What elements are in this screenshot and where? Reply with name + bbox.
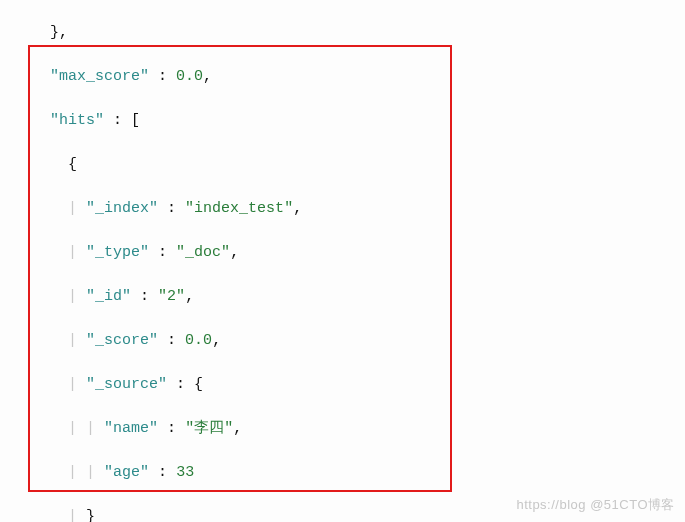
code-line: | | "age" : 33 xyxy=(10,462,685,484)
code-line: { xyxy=(10,154,685,176)
json-key: "_source" xyxy=(86,376,167,393)
json-string: "2" xyxy=(158,288,185,305)
json-key: "age" xyxy=(104,464,149,481)
json-number: 0.0 xyxy=(185,332,212,349)
code-line: | "_score" : 0.0, xyxy=(10,330,685,352)
json-key: "_id" xyxy=(86,288,131,305)
json-code-block: }, "max_score" : 0.0, "hits" : [ { | "_i… xyxy=(0,0,685,522)
json-string: "李四" xyxy=(185,420,233,437)
code-line: "max_score" : 0.0, xyxy=(10,66,685,88)
json-string: "index_test" xyxy=(185,200,293,217)
watermark-text: https://blog @51CTO博客 xyxy=(516,494,675,516)
json-key: "name" xyxy=(104,420,158,437)
code-line: | | "name" : "李四", xyxy=(10,418,685,440)
code-line: | "_source" : { xyxy=(10,374,685,396)
json-key: "_score" xyxy=(86,332,158,349)
json-string: "_doc" xyxy=(176,244,230,261)
json-number: 33 xyxy=(176,464,194,481)
code-line: "hits" : [ xyxy=(10,110,685,132)
code-line: | "_type" : "_doc", xyxy=(10,242,685,264)
json-key: "max_score" xyxy=(50,68,149,85)
code-line: | "_id" : "2", xyxy=(10,286,685,308)
code-line: }, xyxy=(10,22,685,44)
json-key: "_type" xyxy=(86,244,149,261)
code-line: | "_index" : "index_test", xyxy=(10,198,685,220)
json-key: "hits" xyxy=(50,112,104,129)
json-number: 0.0 xyxy=(176,68,203,85)
json-key: "_index" xyxy=(86,200,158,217)
